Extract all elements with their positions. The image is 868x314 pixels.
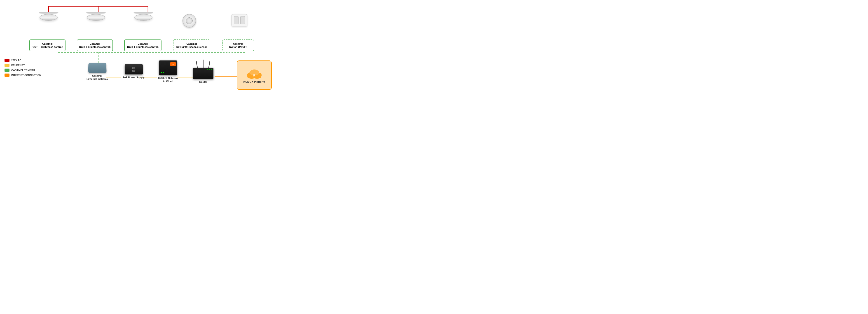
switch-label-box: CasambiSwitch ON/OFF xyxy=(222,39,254,51)
poe-hw xyxy=(125,64,143,74)
poe-device-container: PoE Power Supply xyxy=(123,64,145,79)
legend-color-inet xyxy=(4,74,9,77)
light-fixture-1 xyxy=(38,12,59,21)
legend-color-ac xyxy=(4,59,9,62)
legend-item-inet: INTERNET CONNECTION xyxy=(4,74,41,77)
light-fixture-2 xyxy=(86,12,106,21)
fixture-base-2 xyxy=(86,12,106,14)
legend-color-eth xyxy=(4,64,9,67)
gateway-hw xyxy=(88,63,106,73)
light1-label-box: Casambi(CCT + brightness control) xyxy=(29,39,65,51)
poe-port-2 xyxy=(132,70,135,72)
kumux-gw-hw: K xyxy=(159,61,177,75)
legend-item-eth: ETHERNET xyxy=(4,64,41,67)
switch-label: CasambiSwitch ON/OFF xyxy=(229,42,247,49)
light1-label: Casambi(CCT + brightness control) xyxy=(32,42,63,49)
legend: 230V AC ETHERNET CASAMBI BT MESH INTERNE… xyxy=(4,59,41,77)
legend-item-bt: CASAMBI BT MESH xyxy=(4,69,41,72)
legend-label-bt: CASAMBI BT MESH xyxy=(11,69,35,71)
router-label: Router xyxy=(199,80,207,83)
router-container: Router xyxy=(193,61,213,83)
cloud-icon: K xyxy=(245,67,264,79)
legend-color-bt xyxy=(4,69,9,72)
switch-btn-2 xyxy=(240,16,245,24)
sensor-inner xyxy=(186,18,193,24)
legend-item-ac: 230V AC xyxy=(4,59,41,62)
gateway-label: CasambiLithernet Gateway xyxy=(87,74,108,81)
sensor-label: CasambiDaylight/Presence Sensor xyxy=(177,42,207,49)
legend-label-eth: ETHERNET xyxy=(11,64,25,67)
poe-port-1 xyxy=(132,67,135,69)
diagram-container: Casambi(CCT + brightness control) Casamb… xyxy=(0,0,289,105)
legend-label-inet: INTERNET CONNECTION xyxy=(11,74,41,76)
light3-label-box: Casambi(CCT + brightness control) xyxy=(124,39,161,51)
switch-device xyxy=(231,14,247,26)
sensor-device xyxy=(183,14,196,28)
legend-label-ac: 230V AC xyxy=(11,59,21,62)
light2-label-box: Casambi(CCT + brightness control) xyxy=(77,39,113,51)
kumux-gw-label: KUMUX Gatewayto Cloud xyxy=(158,76,178,83)
fixture-circle-1 xyxy=(39,14,58,21)
light2-label: Casambi(CCT + brightness control) xyxy=(79,42,111,49)
poe-label: PoE Power Supply xyxy=(123,76,145,79)
kumux-logo: K xyxy=(170,62,176,66)
fixture-circle-3 xyxy=(134,14,152,21)
fixture-base-1 xyxy=(38,12,59,14)
gateway-device: CasambiLithernet Gateway xyxy=(87,63,108,81)
platform-label: KUMUX Platform xyxy=(243,80,265,83)
sensor-label-box: CasambiDaylight/Presence Sensor xyxy=(173,39,210,51)
router-hw xyxy=(193,68,213,79)
svg-text:K: K xyxy=(253,73,255,77)
light3-label: Casambi(CCT + brightness control) xyxy=(127,42,159,49)
switch-btn-1 xyxy=(234,16,239,24)
kumux-gateway-container: K KUMUX Gatewayto Cloud xyxy=(158,61,178,83)
fixture-circle-2 xyxy=(87,14,105,21)
sensor-circle xyxy=(183,14,196,28)
platform-box: K KUMUX Platform xyxy=(237,61,272,90)
fixture-base-3 xyxy=(133,12,154,14)
switch-rect xyxy=(231,14,247,26)
light-fixture-3 xyxy=(133,12,154,21)
